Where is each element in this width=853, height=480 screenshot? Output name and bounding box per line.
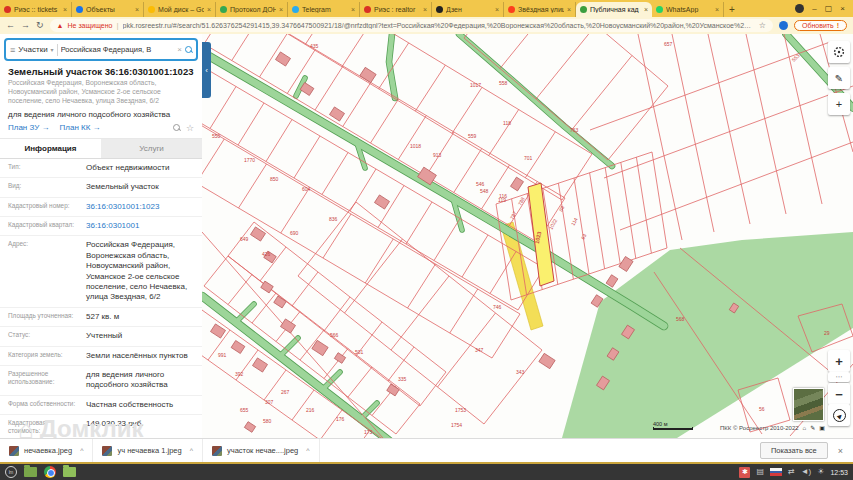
dzen-icon bbox=[436, 6, 443, 13]
browser-tab[interactable]: Публичная кад× bbox=[576, 2, 652, 17]
zoom-out-button[interactable]: − bbox=[828, 383, 850, 405]
folder-icon[interactable] bbox=[63, 467, 76, 477]
tab-label: Дзен bbox=[446, 6, 492, 13]
parcel-number-label: 701 bbox=[524, 155, 533, 161]
clear-search-icon[interactable]: × bbox=[177, 45, 182, 54]
zoom-in-button[interactable]: + bbox=[828, 350, 850, 372]
parcel-number-label: 788 bbox=[517, 196, 526, 206]
zoom-options-button[interactable]: ⋯ bbox=[828, 372, 850, 382]
download-menu-chevron-icon[interactable]: ^ bbox=[306, 447, 309, 454]
browser-tab[interactable]: Риэс :: tickets× bbox=[0, 2, 72, 17]
printer-icon[interactable]: ▤ bbox=[756, 468, 764, 476]
tab-close-icon[interactable]: × bbox=[715, 6, 719, 13]
tab-close-icon[interactable]: × bbox=[567, 6, 571, 13]
tab-close-icon[interactable]: × bbox=[279, 6, 283, 13]
menu-icon[interactable]: ≡ bbox=[10, 45, 15, 55]
download-item[interactable]: участок нечае....jpeg^ bbox=[203, 439, 320, 462]
parcel-usage: для ведения личного подсобного хозяйства bbox=[8, 110, 194, 119]
keyboard-layout-flag-icon[interactable] bbox=[770, 468, 782, 476]
extension-icon[interactable] bbox=[779, 21, 788, 30]
download-item[interactable]: уч нечаевка 1.jpeg^ bbox=[93, 439, 202, 462]
update-extension-button[interactable]: Обновить ! bbox=[794, 20, 847, 31]
edit-icon[interactable]: ✎ bbox=[810, 424, 815, 431]
tab-close-icon[interactable]: × bbox=[423, 6, 427, 13]
info-value-link[interactable]: 36:16:0301001 bbox=[86, 221, 194, 231]
tab-services[interactable]: Услуги bbox=[101, 139, 202, 158]
parcel-number-label: 566 bbox=[330, 332, 339, 338]
close-button[interactable]: × bbox=[840, 5, 845, 13]
parcel-number-label: 559 bbox=[468, 133, 477, 139]
parcel-line bbox=[621, 162, 636, 258]
select-tool-button[interactable] bbox=[828, 41, 850, 63]
tab-label: Мой диск – Goo bbox=[158, 6, 204, 13]
parcel-line bbox=[371, 99, 399, 143]
cadastral-map-svg[interactable]: 5501770850604836690649426991392267216580… bbox=[202, 34, 853, 438]
notification-icon[interactable]: ✱ bbox=[739, 467, 750, 478]
map-search-bar[interactable]: ≡ Участки ▾ Российская Федерация, В × bbox=[4, 38, 198, 61]
parcel-number-label: 548 bbox=[480, 188, 489, 194]
favorite-star-icon[interactable]: ☆ bbox=[186, 123, 194, 133]
browser-tab[interactable]: Риэс : realtor_× bbox=[360, 2, 432, 17]
profile-avatar-icon[interactable] bbox=[795, 4, 804, 13]
browser-tab[interactable]: Объекты× bbox=[72, 2, 144, 17]
info-row: Статус:Учтенный bbox=[0, 327, 202, 346]
file-manager-icon[interactable] bbox=[24, 467, 37, 477]
panel-collapse-handle[interactable]: ‹ bbox=[202, 42, 211, 98]
parcel-line bbox=[746, 34, 786, 214]
show-all-downloads-button[interactable]: Показать все bbox=[760, 442, 828, 459]
search-icon[interactable] bbox=[185, 46, 192, 53]
plan-zu-link[interactable]: План ЗУ → bbox=[8, 123, 50, 132]
my-location-button[interactable]: ▶ bbox=[828, 404, 850, 426]
map-canvas[interactable]: 5501770850604836690649426991392267216580… bbox=[202, 34, 853, 438]
zoom-to-parcel-icon[interactable] bbox=[173, 124, 180, 131]
forward-button[interactable]: → bbox=[21, 21, 30, 30]
parcel-line bbox=[322, 153, 348, 195]
download-item[interactable]: нечаевка.jpeg^ bbox=[0, 439, 93, 462]
parcel-number-label: 501 bbox=[355, 349, 364, 355]
parcel-line bbox=[252, 293, 276, 323]
info-value-link[interactable]: 36:16:0301001:1023 bbox=[86, 202, 194, 212]
info-value: для ведения личного подсобного хозяйства bbox=[86, 370, 194, 391]
security-warning-icon[interactable]: ▲ bbox=[57, 22, 64, 29]
browser-tab[interactable]: Протокол ДОН× bbox=[216, 2, 288, 17]
address-bar[interactable]: ▲ Не защищено | pkk.rosreestr.ru/#/searc… bbox=[50, 19, 773, 32]
download-menu-chevron-icon[interactable]: ^ bbox=[80, 447, 83, 454]
minimize-button[interactable]: – bbox=[812, 5, 816, 13]
tab-close-icon[interactable]: × bbox=[644, 6, 648, 13]
chrome-icon[interactable] bbox=[44, 466, 56, 478]
add-object-button[interactable]: + bbox=[828, 93, 850, 115]
search-category-dropdown[interactable]: Участки bbox=[18, 45, 47, 54]
browser-tab[interactable]: Telegram× bbox=[288, 2, 360, 17]
browser-tab[interactable]: Звёздная улиц× bbox=[504, 2, 576, 17]
home-icon[interactable]: ⌂ bbox=[803, 425, 807, 431]
browser-tab[interactable]: WhatsApp× bbox=[652, 2, 724, 17]
measure-tool-button[interactable]: ✎ bbox=[828, 67, 850, 89]
browser-tab[interactable]: Дзен× bbox=[432, 2, 504, 17]
parcel-line bbox=[342, 34, 372, 67]
network-icon[interactable]: ⇄ bbox=[788, 468, 795, 476]
close-downloads-bar-icon[interactable]: × bbox=[838, 446, 843, 456]
download-menu-chevron-icon[interactable]: ^ bbox=[190, 447, 193, 454]
volume-icon[interactable]: ◄) bbox=[801, 468, 812, 476]
start-menu-button[interactable]: lm bbox=[5, 466, 17, 478]
tab-close-icon[interactable]: × bbox=[135, 6, 139, 13]
plan-kk-link[interactable]: План КК → bbox=[60, 123, 101, 132]
fullscreen-icon[interactable]: ▣ bbox=[819, 424, 825, 431]
bookmark-star-icon[interactable]: ☆ bbox=[759, 21, 766, 30]
parcel-line bbox=[365, 239, 393, 283]
parcel-number-label: 604 bbox=[302, 186, 311, 192]
tab-close-icon[interactable]: × bbox=[63, 6, 67, 13]
browser-tab[interactable]: Мой диск – Goo× bbox=[144, 2, 216, 17]
yandex-icon bbox=[508, 6, 515, 13]
maximize-button[interactable]: ▢ bbox=[825, 5, 833, 13]
tab-close-icon[interactable]: × bbox=[207, 6, 211, 13]
reload-button[interactable]: ↻ bbox=[36, 21, 44, 30]
overview-minimap[interactable] bbox=[793, 388, 824, 421]
search-input[interactable]: Российская Федерация, В bbox=[61, 45, 175, 54]
tab-close-icon[interactable]: × bbox=[495, 6, 499, 13]
brightness-icon[interactable]: ☀ bbox=[817, 468, 824, 476]
new-tab-button[interactable]: + bbox=[724, 2, 740, 17]
tab-information[interactable]: Информация bbox=[0, 139, 101, 158]
tab-close-icon[interactable]: × bbox=[351, 6, 355, 13]
back-button[interactable]: ← bbox=[6, 21, 15, 30]
